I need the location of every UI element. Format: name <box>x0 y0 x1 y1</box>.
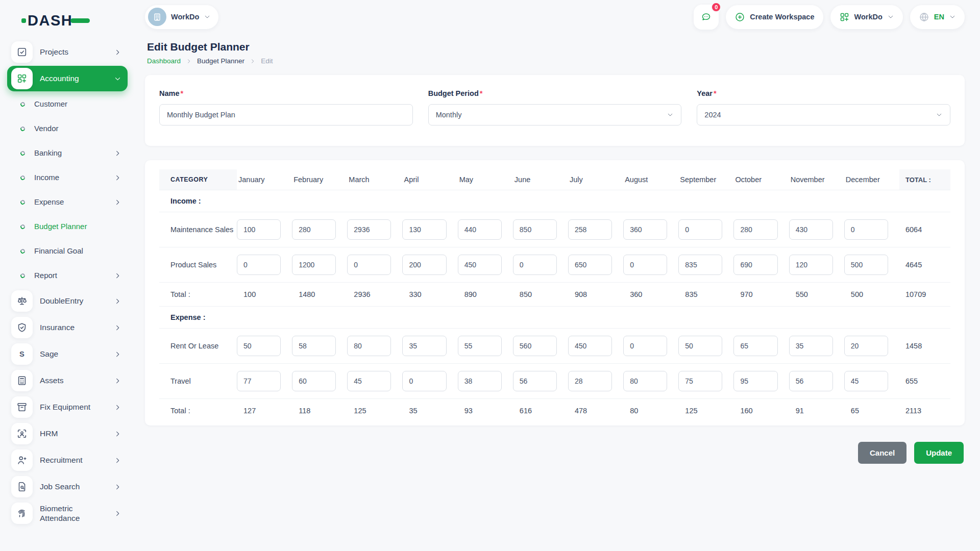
year-field-group: Year* 2024 <box>697 89 950 126</box>
budget-input-travel-january[interactable] <box>237 371 281 391</box>
sidebar-item-job-search[interactable]: Job Search <box>7 474 128 499</box>
budget-input-maintenance-sales-february[interactable] <box>292 219 336 240</box>
workspace-selector[interactable]: WorkDo <box>145 5 218 29</box>
budget-input-rent-or-lease-may[interactable] <box>458 336 502 356</box>
budget-input-maintenance-sales-april[interactable] <box>402 219 446 240</box>
budget-input-travel-june[interactable] <box>513 371 557 391</box>
budget-input-travel-march[interactable] <box>347 371 391 391</box>
sidebar-item-banking[interactable]: Banking <box>7 141 128 165</box>
input-cell <box>513 364 568 398</box>
budget-input-product-sales-january[interactable] <box>237 255 281 275</box>
name-input[interactable] <box>159 104 413 126</box>
budget-input-rent-or-lease-july[interactable] <box>568 336 612 356</box>
sidebar-item-sage[interactable]: SSage <box>7 341 128 367</box>
budget-input-product-sales-february[interactable] <box>292 255 336 275</box>
sidebar-item-projects[interactable]: Projects <box>7 39 128 65</box>
budget-input-travel-july[interactable] <box>568 371 612 391</box>
sidebar-item-accounting[interactable]: Accounting <box>7 66 128 91</box>
budget-input-travel-october[interactable] <box>733 371 777 391</box>
messages-button[interactable]: 0 <box>694 5 719 30</box>
sidebar-item-recruitment[interactable]: Recruitment <box>7 447 128 473</box>
required-marker: * <box>181 89 184 97</box>
budget-input-maintenance-sales-july[interactable] <box>568 219 612 240</box>
sidebar-item-assets[interactable]: Assets <box>7 368 128 393</box>
bullet-icon <box>20 174 26 181</box>
breadcrumb-dashboard[interactable]: Dashboard <box>147 57 181 65</box>
budget-input-rent-or-lease-february[interactable] <box>292 336 336 356</box>
sidebar-item-expense[interactable]: Expense <box>7 190 128 214</box>
page-title: Edit Budget Planner <box>147 41 965 53</box>
budget-input-maintenance-sales-november[interactable] <box>789 219 833 240</box>
budget-input-travel-may[interactable] <box>458 371 502 391</box>
budget-input-product-sales-september[interactable] <box>678 255 722 275</box>
budget-input-rent-or-lease-june[interactable] <box>513 336 557 356</box>
budget-input-rent-or-lease-september[interactable] <box>678 336 722 356</box>
create-workspace-button[interactable]: Create Workspace <box>726 5 823 29</box>
budget-input-travel-september[interactable] <box>678 371 722 391</box>
sidebar-item-fix-equipment[interactable]: Fix Equipment <box>7 394 128 420</box>
breadcrumb-budget-planner[interactable]: Budget Planner <box>197 57 244 65</box>
budget-input-maintenance-sales-august[interactable] <box>623 219 667 240</box>
budget-input-maintenance-sales-march[interactable] <box>347 219 391 240</box>
budget-input-maintenance-sales-january[interactable] <box>237 219 281 240</box>
input-cell <box>789 212 844 247</box>
sidebar-item-financial-goal[interactable]: Financial Goal <box>7 239 128 263</box>
budget-input-product-sales-june[interactable] <box>513 255 557 275</box>
input-cell <box>458 212 513 247</box>
budget-input-product-sales-october[interactable] <box>733 255 777 275</box>
language-selector[interactable]: EN <box>910 5 965 29</box>
budget-input-rent-or-lease-january[interactable] <box>237 336 281 356</box>
budget-input-maintenance-sales-december[interactable] <box>844 219 888 240</box>
workdo-menu-button[interactable]: WorkDo <box>830 5 903 29</box>
name-field-group: Name* <box>159 89 413 126</box>
budget-input-product-sales-march[interactable] <box>347 255 391 275</box>
budget-input-maintenance-sales-september[interactable] <box>678 219 722 240</box>
sidebar-item-insurance[interactable]: Insurance <box>7 315 128 340</box>
sidebar-item-biometric-attendance[interactable]: Biometric Attendance <box>7 500 128 526</box>
sidebar-item-income[interactable]: Income <box>7 166 128 189</box>
input-cell <box>733 247 789 282</box>
budget-period-select[interactable]: Monthly <box>428 104 682 126</box>
sidebar-item-budget-planner[interactable]: Budget Planner <box>7 215 128 238</box>
budget-input-rent-or-lease-march[interactable] <box>347 336 391 356</box>
chevron-right-icon <box>114 457 121 464</box>
budget-input-rent-or-lease-october[interactable] <box>733 336 777 356</box>
column-total: 91 <box>789 399 844 422</box>
budget-input-travel-november[interactable] <box>789 371 833 391</box>
budget-input-travel-august[interactable] <box>623 371 667 391</box>
grid-plus-icon <box>11 68 33 89</box>
budget-input-maintenance-sales-october[interactable] <box>733 219 777 240</box>
budget-input-travel-december[interactable] <box>844 371 888 391</box>
input-cell <box>568 212 623 247</box>
messages-icon <box>701 12 712 22</box>
budget-input-rent-or-lease-november[interactable] <box>789 336 833 356</box>
bullet-icon <box>20 272 26 279</box>
sidebar-item-hrm[interactable]: HRM <box>7 421 128 446</box>
budget-input-maintenance-sales-june[interactable] <box>513 219 557 240</box>
sidebar-item-customer[interactable]: Customer <box>7 92 128 116</box>
sidebar-item-report[interactable]: Report <box>7 264 128 287</box>
sidebar-item-vendor[interactable]: Vendor <box>7 117 128 140</box>
budget-input-travel-february[interactable] <box>292 371 336 391</box>
input-cell <box>844 247 899 282</box>
chevron-right-icon <box>114 430 121 438</box>
budget-input-product-sales-november[interactable] <box>789 255 833 275</box>
column-total: 35 <box>402 399 457 422</box>
budget-input-product-sales-may[interactable] <box>458 255 502 275</box>
input-cell <box>568 364 623 398</box>
cancel-button[interactable]: Cancel <box>858 442 906 464</box>
budget-input-product-sales-july[interactable] <box>568 255 612 275</box>
year-select[interactable]: 2024 <box>697 104 950 126</box>
budget-input-maintenance-sales-may[interactable] <box>458 219 502 240</box>
update-button[interactable]: Update <box>914 442 964 464</box>
budget-input-product-sales-december[interactable] <box>844 255 888 275</box>
budget-input-travel-april[interactable] <box>402 371 446 391</box>
sidebar-item-doubleentry[interactable]: DoubleEntry <box>7 288 128 314</box>
budget-input-rent-or-lease-april[interactable] <box>402 336 446 356</box>
budget-input-product-sales-august[interactable] <box>623 255 667 275</box>
budget-input-rent-or-lease-august[interactable] <box>623 336 667 356</box>
budget-input-rent-or-lease-december[interactable] <box>844 336 888 356</box>
budget-period-label: Budget Period* <box>428 89 682 97</box>
dash-logo[interactable]: DASH <box>7 8 128 39</box>
budget-input-product-sales-april[interactable] <box>402 255 446 275</box>
